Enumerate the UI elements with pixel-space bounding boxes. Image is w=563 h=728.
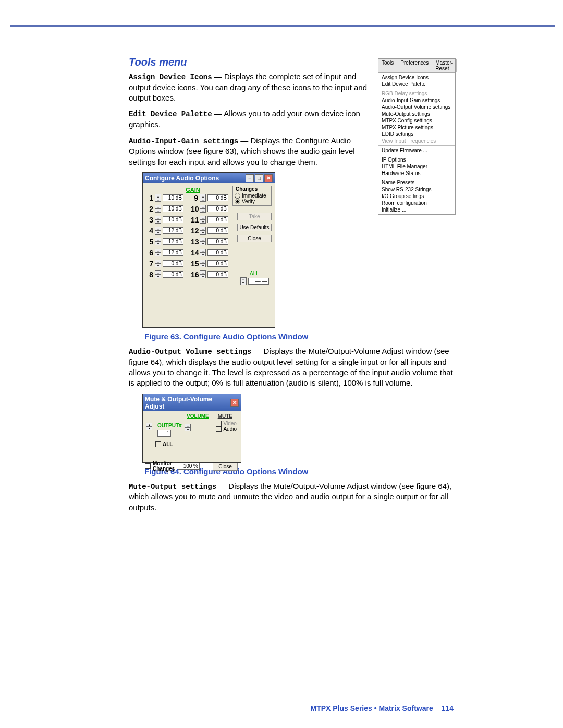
content: Tools menu Assign Device Icons — Display… <box>129 56 454 518</box>
window-titlebar: Configure Audio Options – □ ✕ <box>143 173 275 183</box>
gain-spinner[interactable]: ▴▾ <box>200 249 206 256</box>
gain-row: 1▴▾10 dB9▴▾0 dB <box>146 194 228 202</box>
close-icon[interactable]: ✕ <box>264 174 273 182</box>
mute-window: Mute & Output-Volume Adjust ✕ VOLUME OUT… <box>142 394 241 463</box>
section-heading: Tools menu <box>129 56 454 68</box>
term-aov: Audio-Output Volume settings <box>129 348 251 356</box>
close-button[interactable]: Close <box>237 235 272 242</box>
gain-value: 0 dB <box>207 238 228 245</box>
gain-value: -12 dB <box>163 227 183 234</box>
changes-group: Changes Immediate Verify <box>232 186 272 206</box>
volume-spinner[interactable]: ▴▾ <box>185 424 191 431</box>
gain-row: 8▴▾0 dB16▴▾0 dB <box>146 270 228 279</box>
radio-verify[interactable] <box>235 199 240 204</box>
term-again: Audio-Input-Gain settings <box>129 137 238 145</box>
video-checkbox[interactable] <box>216 421 222 426</box>
channel-num: 14 <box>191 249 198 257</box>
gain-spinner[interactable]: ▴▾ <box>200 238 206 245</box>
gain-value: 0 dB <box>207 227 228 234</box>
gain-row: 6▴▾-12 dB14▴▾0 dB <box>146 249 228 257</box>
term-mute: Mute-Output settings <box>129 483 216 491</box>
gain-spinner[interactable]: ▴▾ <box>200 205 206 213</box>
channel-num: 15 <box>191 260 198 268</box>
para-aov: Audio-Output Volume settings — Displays … <box>129 346 454 389</box>
gain-value: 0 dB <box>207 260 228 267</box>
gain-spinner[interactable]: ▴▾ <box>155 238 161 245</box>
gain-spinner[interactable]: ▴▾ <box>155 216 161 224</box>
all-value: — — <box>248 278 269 285</box>
channel-num: 5 <box>146 238 153 246</box>
mute-window-title: Mute & Output-Volume Adjust <box>145 396 230 410</box>
term-assign: Assign Device Icons <box>129 73 212 81</box>
volume-label: VOLUME <box>187 413 209 419</box>
mute-close-button[interactable]: Close <box>213 463 238 471</box>
close-icon[interactable]: ✕ <box>230 399 239 407</box>
channel-num: 12 <box>191 227 198 235</box>
gain-value: 0 dB <box>207 194 228 201</box>
all-spinner[interactable]: ▴▾ <box>240 277 247 285</box>
gain-value: 10 dB <box>163 194 183 201</box>
output-label: OUTPUT# <box>157 423 182 428</box>
radio-immediate[interactable] <box>235 193 240 199</box>
top-accent-bar <box>10 25 555 27</box>
para-edit: Edit Device Palette — Allows you to add … <box>129 108 369 130</box>
channel-num: 1 <box>146 194 153 202</box>
gain-value: 0 dB <box>163 271 183 278</box>
percent-value: 100 % <box>178 463 200 470</box>
gain-row: 2▴▾10 dB10▴▾0 dB <box>146 205 228 213</box>
take-button[interactable]: Take <box>237 213 272 220</box>
para-again: Audio-Input-Gain settings — Displays the… <box>129 135 369 167</box>
window-title: Configure Audio Options <box>145 175 219 182</box>
gain-value: 10 dB <box>163 205 183 212</box>
gain-value: 0 dB <box>163 260 183 267</box>
gain-spinner[interactable]: ▴▾ <box>200 194 206 202</box>
para-mute: Mute-Output settings — Displays the Mute… <box>129 481 454 513</box>
page-footer: MTPX Plus Series • Matrix Software 114 <box>311 704 454 712</box>
output-value: 1 <box>157 430 171 437</box>
gain-row: 5▴▾-12 dB13▴▾0 dB <box>146 238 228 246</box>
gain-spinner[interactable]: ▴▾ <box>200 227 206 235</box>
gain-value: 10 dB <box>163 216 183 223</box>
gain-header: GAIN <box>177 187 209 193</box>
maximize-icon[interactable]: □ <box>255 174 263 182</box>
channel-num: 2 <box>146 205 153 213</box>
channel-num: 7 <box>146 260 153 268</box>
gain-spinner[interactable]: ▴▾ <box>155 249 161 256</box>
gain-row: 3▴▾10 dB11▴▾0 dB <box>146 216 228 224</box>
gain-spinner[interactable]: ▴▾ <box>155 260 161 267</box>
minimize-icon[interactable]: – <box>246 174 254 182</box>
gain-row: 7▴▾0 dB15▴▾0 dB <box>146 260 228 268</box>
channel-num: 8 <box>146 270 153 279</box>
gain-spinner[interactable]: ▴▾ <box>155 227 161 235</box>
channel-num: 11 <box>191 216 198 224</box>
gain-value: -12 dB <box>163 238 183 245</box>
changes-legend: Changes <box>235 186 259 192</box>
channel-num: 13 <box>191 238 198 246</box>
gain-row: 4▴▾-12 dB12▴▾0 dB <box>146 227 228 235</box>
all-checkbox[interactable] <box>155 441 161 447</box>
channel-num: 10 <box>191 205 198 213</box>
audio-options-window: Configure Audio Options – □ ✕ GAIN 1▴▾10… <box>142 172 275 328</box>
mute-titlebar: Mute & Output-Volume Adjust ✕ <box>143 394 241 411</box>
channel-num: 16 <box>191 270 198 279</box>
gain-value: 0 dB <box>207 216 228 223</box>
gain-spinner[interactable]: ▴▾ <box>200 260 206 267</box>
gain-grid: 1▴▾10 dB9▴▾0 dB2▴▾10 dB10▴▾0 dB3▴▾10 dB1… <box>146 194 228 281</box>
gain-value: 0 dB <box>207 271 228 278</box>
channel-num: 9 <box>191 194 198 202</box>
use-defaults-button[interactable]: Use Defaults <box>237 224 272 231</box>
para-assign: Assign Device Icons — Displays the compl… <box>129 71 369 103</box>
gain-spinner[interactable]: ▴▾ <box>200 270 206 278</box>
figure-63-caption: Figure 63. Configure Audio Options Windo… <box>144 332 454 341</box>
audio-checkbox[interactable] <box>216 426 222 432</box>
output-spinner[interactable]: ▴▾ <box>146 423 152 430</box>
page-number: 114 <box>442 704 454 712</box>
gain-spinner[interactable]: ▴▾ <box>155 205 161 213</box>
gain-spinner[interactable]: ▴▾ <box>155 194 161 202</box>
term-edit: Edit Device Palette <box>129 110 212 118</box>
gain-spinner[interactable]: ▴▾ <box>200 216 206 224</box>
monitor-checkbox[interactable] <box>145 463 151 469</box>
channel-num: 4 <box>146 227 153 235</box>
gain-spinner[interactable]: ▴▾ <box>155 270 161 278</box>
gain-value: -12 dB <box>163 249 183 256</box>
